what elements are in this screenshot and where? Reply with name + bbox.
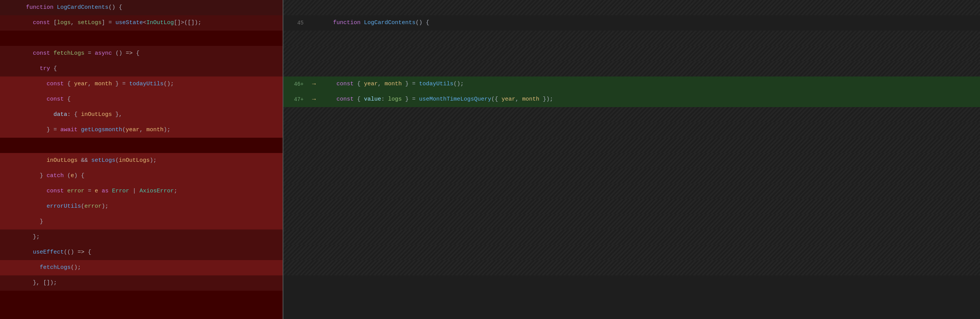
line-content <box>320 111 980 119</box>
line-content: const { value: logs } = useMonthTimeLogs… <box>320 95 980 104</box>
code-line <box>0 138 283 153</box>
line-content <box>320 49 980 58</box>
code-line: 45 function LogCardContents() { <box>283 15 980 31</box>
code-line <box>0 31 283 46</box>
code-line <box>283 245 980 260</box>
code-line: function LogCardContents() { <box>0 0 283 15</box>
line-number: 45 <box>283 19 308 27</box>
code-line: const [logs, setLogs] = useState<InOutLo… <box>0 15 283 31</box>
line-content: useEffect(() => { <box>23 248 283 257</box>
line-content <box>320 34 980 43</box>
line-content: function LogCardContents() { <box>320 19 980 28</box>
code-line: inOutLogs && setLogs(inOutLogs); <box>0 153 283 168</box>
diff-view: function LogCardContents() { const [logs… <box>0 0 980 319</box>
code-line <box>283 107 980 122</box>
line-content <box>320 187 980 196</box>
right-diff-panel: 45 function LogCardContents() { 46+ → co… <box>283 0 980 319</box>
code-line: const fetchLogs = async () => { <box>0 46 283 61</box>
line-content: } <box>23 218 283 226</box>
code-line: } <box>0 214 283 229</box>
line-content <box>320 248 980 257</box>
line-content: errorUtils(error); <box>23 202 283 211</box>
code-line <box>283 61 980 76</box>
line-content: }, []); <box>23 279 283 288</box>
code-line: } = await getLogsmonth(year, month); <box>0 122 283 138</box>
code-line <box>283 184 980 199</box>
code-line: fetchLogs(); <box>0 260 283 275</box>
line-content: fetchLogs(); <box>23 264 283 272</box>
arrow-indicator: → <box>308 80 320 89</box>
line-content <box>23 34 283 43</box>
line-content <box>320 218 980 226</box>
code-line <box>283 153 980 168</box>
code-line: 46+ → const { year, month } = todayUtils… <box>283 76 980 92</box>
code-line <box>283 122 980 138</box>
code-line <box>283 199 980 214</box>
line-content: const [logs, setLogs] = useState<InOutLo… <box>23 19 283 28</box>
code-line <box>283 138 980 153</box>
code-line <box>283 214 980 229</box>
line-content <box>320 264 980 272</box>
line-content: const error = e as Error | AxiosError; <box>23 187 283 196</box>
line-content <box>23 141 283 150</box>
left-diff-panel: function LogCardContents() { const [logs… <box>0 0 283 319</box>
code-line: 47+ → const { value: logs } = useMonthTi… <box>283 92 980 107</box>
line-content: } = await getLogsmonth(year, month); <box>23 126 283 135</box>
line-content <box>320 233 980 242</box>
code-line <box>283 0 980 15</box>
code-line: try { <box>0 61 283 76</box>
line-content: }; <box>23 233 283 242</box>
arrow-indicator: → <box>308 95 320 104</box>
code-line: const { <box>0 92 283 107</box>
line-content <box>320 126 980 135</box>
code-line: const { year, month } = todayUtils(); <box>0 76 283 92</box>
line-content: inOutLogs && setLogs(inOutLogs); <box>23 156 283 165</box>
line-content <box>320 156 980 165</box>
line-content <box>320 3 980 12</box>
code-line: } catch (e) { <box>0 168 283 184</box>
line-number: 46+ <box>283 80 308 88</box>
line-content <box>320 172 980 181</box>
line-content <box>320 141 980 150</box>
line-content <box>320 65 980 73</box>
line-content: function LogCardContents() { <box>23 3 283 12</box>
code-line <box>283 229 980 245</box>
code-line <box>283 168 980 184</box>
line-content: try { <box>23 65 283 73</box>
code-line <box>283 46 980 61</box>
line-content: const fetchLogs = async () => { <box>23 49 283 58</box>
line-content: const { <box>23 95 283 104</box>
code-line <box>283 260 980 275</box>
code-line: const error = e as Error | AxiosError; <box>0 184 283 199</box>
code-line: errorUtils(error); <box>0 199 283 214</box>
code-line: }; <box>0 229 283 245</box>
line-content: const { year, month } = todayUtils(); <box>320 80 980 89</box>
code-line: }, []); <box>0 275 283 291</box>
line-number: 47+ <box>283 96 308 104</box>
code-line: useEffect(() => { <box>0 245 283 260</box>
code-line: data: { inOutLogs }, <box>0 107 283 122</box>
code-line <box>283 31 980 46</box>
line-content: } catch (e) { <box>23 172 283 181</box>
line-content: data: { inOutLogs }, <box>23 111 283 119</box>
line-content: const { year, month } = todayUtils(); <box>23 80 283 89</box>
line-content <box>320 202 980 211</box>
